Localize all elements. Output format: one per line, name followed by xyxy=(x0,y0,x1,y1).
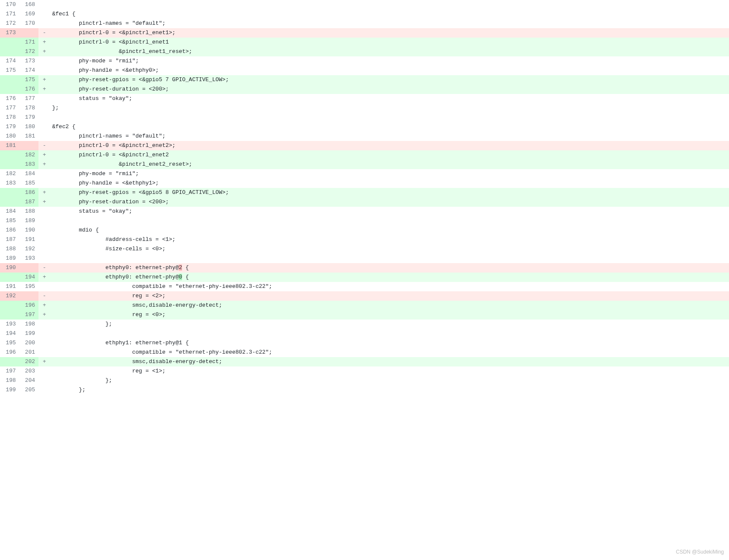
new-line-number[interactable]: 204 xyxy=(19,376,38,385)
old-line-number[interactable]: 183 xyxy=(0,179,19,188)
old-line-number[interactable]: 173 xyxy=(0,28,19,38)
new-line-number[interactable] xyxy=(19,141,38,150)
new-line-number[interactable]: 195 xyxy=(19,282,38,291)
code-line[interactable]: pinctrl-0 = <&pinctrl_enet1>; xyxy=(48,28,729,38)
code-line[interactable]: phy-reset-gpios = <&gpio5 8 GPIO_ACTIVE_… xyxy=(48,188,729,197)
old-line-number[interactable]: 190 xyxy=(0,263,19,273)
new-line-number[interactable]: 194 xyxy=(19,273,38,282)
new-line-number[interactable]: 203 xyxy=(19,366,38,376)
old-line-number[interactable]: 170 xyxy=(0,0,19,9)
code-line[interactable]: phy-reset-duration = <200>; xyxy=(48,197,729,207)
new-line-number[interactable]: 178 xyxy=(19,103,38,113)
code-line[interactable]: ethphy0: ethernet-phy@0 { xyxy=(48,273,729,282)
new-line-number[interactable]: 200 xyxy=(19,338,38,348)
new-line-number[interactable]: 170 xyxy=(19,19,38,28)
old-line-number[interactable]: 172 xyxy=(0,19,19,28)
code-line[interactable]: }; xyxy=(48,376,729,385)
old-line-number[interactable]: 192 xyxy=(0,291,19,301)
new-line-number[interactable]: 189 xyxy=(19,216,38,226)
code-line[interactable] xyxy=(48,216,729,226)
code-line[interactable]: }; xyxy=(48,103,729,113)
code-line[interactable]: reg = <1>; xyxy=(48,366,729,376)
code-line[interactable] xyxy=(48,0,729,9)
code-line[interactable] xyxy=(48,329,729,338)
code-line[interactable] xyxy=(48,113,729,122)
new-line-number[interactable]: 168 xyxy=(19,0,38,9)
code-line[interactable]: phy-handle = <&ethphy0>; xyxy=(48,66,729,75)
new-line-number[interactable]: 202 xyxy=(19,357,38,366)
code-line[interactable]: smsc,disable-energy-detect; xyxy=(48,357,729,366)
old-line-number[interactable]: 199 xyxy=(0,385,19,395)
old-line-number[interactable] xyxy=(0,301,19,310)
old-line-number[interactable]: 196 xyxy=(0,348,19,357)
old-line-number[interactable]: 176 xyxy=(0,94,19,103)
code-line[interactable]: phy-reset-gpios = <&gpio5 7 GPIO_ACTIVE_… xyxy=(48,75,729,85)
new-line-number[interactable]: 201 xyxy=(19,348,38,357)
code-line[interactable]: &fec2 { xyxy=(48,122,729,132)
old-line-number[interactable] xyxy=(0,47,19,56)
new-line-number[interactable]: 182 xyxy=(19,150,38,160)
new-line-number[interactable]: 179 xyxy=(19,113,38,122)
code-line[interactable]: }; xyxy=(48,320,729,329)
code-line[interactable]: #address-cells = <1>; xyxy=(48,235,729,244)
old-line-number[interactable]: 188 xyxy=(0,244,19,254)
old-line-number[interactable] xyxy=(0,150,19,160)
new-line-number[interactable]: 205 xyxy=(19,385,38,395)
new-line-number[interactable]: 173 xyxy=(19,56,38,66)
new-line-number[interactable]: 188 xyxy=(19,207,38,216)
old-line-number[interactable]: 181 xyxy=(0,141,19,150)
code-line[interactable]: reg = <2>; xyxy=(48,291,729,301)
old-line-number[interactable] xyxy=(0,188,19,197)
code-line[interactable]: #size-cells = <0>; xyxy=(48,244,729,254)
old-line-number[interactable] xyxy=(0,160,19,169)
old-line-number[interactable]: 178 xyxy=(0,113,19,122)
old-line-number[interactable]: 171 xyxy=(0,9,19,19)
code-line[interactable]: ethphy1: ethernet-phy@1 { xyxy=(48,338,729,348)
old-line-number[interactable]: 174 xyxy=(0,56,19,66)
new-line-number[interactable]: 198 xyxy=(19,320,38,329)
code-line[interactable]: compatible = "ethernet-phy-ieee802.3-c22… xyxy=(48,348,729,357)
new-line-number[interactable]: 186 xyxy=(19,188,38,197)
old-line-number[interactable]: 184 xyxy=(0,207,19,216)
new-line-number[interactable]: 197 xyxy=(19,310,38,320)
old-line-number[interactable] xyxy=(0,85,19,94)
code-line[interactable]: pinctrl-names = "default"; xyxy=(48,132,729,141)
code-line[interactable]: pinctrl-names = "default"; xyxy=(48,19,729,28)
new-line-number[interactable] xyxy=(19,263,38,273)
new-line-number[interactable]: 172 xyxy=(19,47,38,56)
code-line[interactable]: phy-handle = <&ethphy1>; xyxy=(48,179,729,188)
old-line-number[interactable] xyxy=(0,38,19,47)
code-line[interactable]: phy-reset-duration = <200>; xyxy=(48,85,729,94)
new-line-number[interactable] xyxy=(19,28,38,38)
old-line-number[interactable]: 193 xyxy=(0,320,19,329)
code-line[interactable]: &fec1 { xyxy=(48,9,729,19)
old-line-number[interactable]: 179 xyxy=(0,122,19,132)
old-line-number[interactable]: 175 xyxy=(0,66,19,75)
old-line-number[interactable]: 187 xyxy=(0,235,19,244)
old-line-number[interactable] xyxy=(0,273,19,282)
code-line[interactable]: compatible = "ethernet-phy-ieee802.3-c22… xyxy=(48,282,729,291)
code-line[interactable] xyxy=(48,254,729,263)
new-line-number[interactable]: 187 xyxy=(19,197,38,207)
code-line[interactable]: phy-mode = "rmii"; xyxy=(48,56,729,66)
new-line-number[interactable]: 192 xyxy=(19,244,38,254)
new-line-number[interactable]: 180 xyxy=(19,122,38,132)
new-line-number[interactable]: 174 xyxy=(19,66,38,75)
new-line-number[interactable] xyxy=(19,291,38,301)
code-line[interactable]: pinctrl-0 = <&pinctrl_enet2>; xyxy=(48,141,729,150)
new-line-number[interactable]: 183 xyxy=(19,160,38,169)
old-line-number[interactable]: 198 xyxy=(0,376,19,385)
code-line[interactable]: status = "okay"; xyxy=(48,207,729,216)
old-line-number[interactable]: 197 xyxy=(0,366,19,376)
code-line[interactable]: }; xyxy=(48,385,729,395)
new-line-number[interactable]: 193 xyxy=(19,254,38,263)
old-line-number[interactable]: 189 xyxy=(0,254,19,263)
old-line-number[interactable]: 195 xyxy=(0,338,19,348)
new-line-number[interactable]: 171 xyxy=(19,38,38,47)
old-line-number[interactable]: 194 xyxy=(0,329,19,338)
old-line-number[interactable]: 182 xyxy=(0,169,19,179)
old-line-number[interactable]: 191 xyxy=(0,282,19,291)
new-line-number[interactable]: 184 xyxy=(19,169,38,179)
new-line-number[interactable]: 175 xyxy=(19,75,38,85)
new-line-number[interactable]: 191 xyxy=(19,235,38,244)
